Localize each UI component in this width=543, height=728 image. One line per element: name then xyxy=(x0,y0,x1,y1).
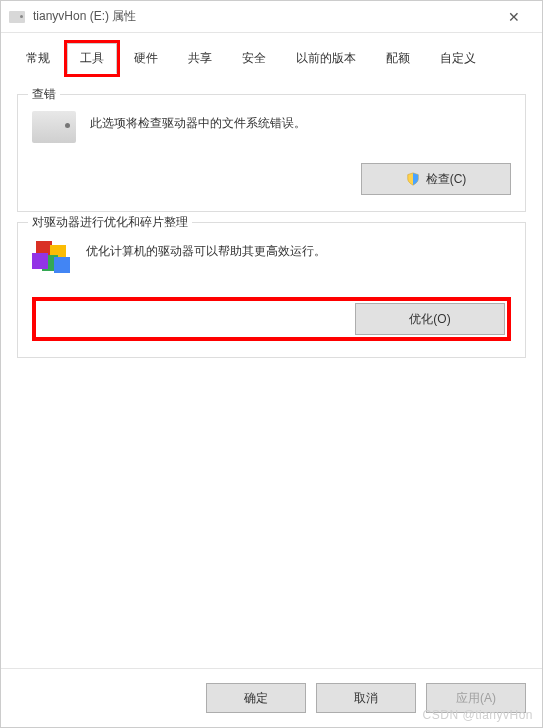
cancel-button[interactable]: 取消 xyxy=(316,683,416,713)
tabstrip: 常规 工具 硬件 共享 安全 以前的版本 配额 自定义 xyxy=(1,33,542,74)
properties-dialog: tianyvHon (E:) 属性 ✕ 常规 工具 硬件 共享 安全 以前的版本… xyxy=(0,0,543,728)
optimize-button[interactable]: 优化(O) xyxy=(355,303,505,335)
watermark: CSDN @tianyvHon xyxy=(423,708,533,722)
window-title: tianyvHon (E:) 属性 xyxy=(33,8,494,25)
shield-icon xyxy=(406,172,420,186)
defrag-icon xyxy=(32,237,72,277)
group-optimize: 对驱动器进行优化和碎片整理 优化计算机的驱动器可以帮助其更高效运行。 优化(O) xyxy=(17,222,526,358)
group-optimize-title: 对驱动器进行优化和碎片整理 xyxy=(28,214,192,231)
tab-quota[interactable]: 配额 xyxy=(373,43,423,74)
tab-previous-versions[interactable]: 以前的版本 xyxy=(283,43,369,74)
error-checking-desc: 此选项将检查驱动器中的文件系统错误。 xyxy=(90,109,306,132)
tab-security[interactable]: 安全 xyxy=(229,43,279,74)
tab-hardware[interactable]: 硬件 xyxy=(121,43,171,74)
drive-icon xyxy=(9,11,25,23)
check-button-label: 检查(C) xyxy=(426,171,467,188)
group-error-checking: 查错 此选项将检查驱动器中的文件系统错误。 检查(C) xyxy=(17,94,526,212)
check-button[interactable]: 检查(C) xyxy=(361,163,511,195)
group-error-checking-title: 查错 xyxy=(28,86,60,103)
tab-general[interactable]: 常规 xyxy=(13,43,63,74)
ok-button[interactable]: 确定 xyxy=(206,683,306,713)
optimize-button-label: 优化(O) xyxy=(409,311,450,328)
drive-icon xyxy=(32,111,76,143)
close-button[interactable]: ✕ xyxy=(494,9,534,25)
titlebar: tianyvHon (E:) 属性 ✕ xyxy=(1,1,542,33)
tab-sharing[interactable]: 共享 xyxy=(175,43,225,74)
optimize-desc: 优化计算机的驱动器可以帮助其更高效运行。 xyxy=(86,237,326,260)
tab-customize[interactable]: 自定义 xyxy=(427,43,489,74)
tab-tools[interactable]: 工具 xyxy=(67,43,117,74)
tab-content: 查错 此选项将检查驱动器中的文件系统错误。 检查(C) 对驱动器进行优化和碎片整… xyxy=(1,74,542,668)
